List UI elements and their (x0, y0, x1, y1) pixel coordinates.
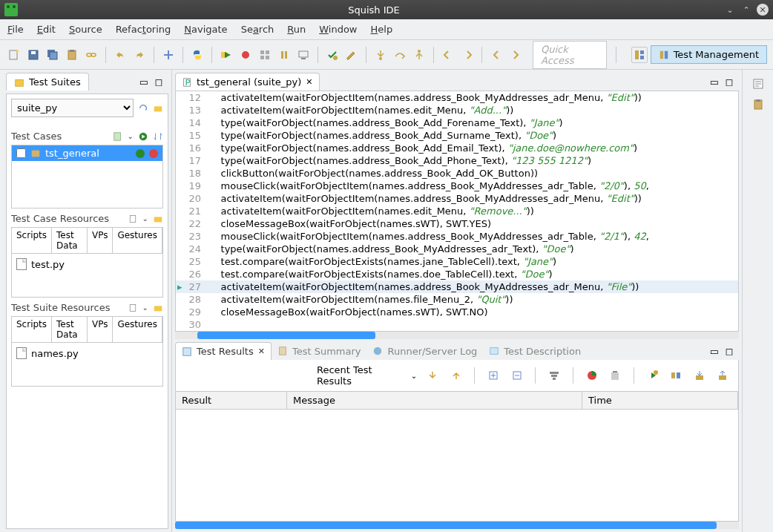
code-line[interactable]: 15 type(waitForObject(names.address_Book… (176, 129, 738, 142)
next-annotation-icon[interactable] (459, 47, 476, 63)
tab-scripts[interactable]: Scripts (12, 317, 52, 342)
run-all-icon[interactable] (138, 131, 148, 142)
code-line[interactable]: 14 type(waitForObject(names.address_Book… (176, 116, 738, 129)
dropdown-icon[interactable]: ⌄ (142, 303, 148, 312)
col-message[interactable]: Message (287, 392, 582, 409)
editor-tab[interactable]: P tst_general (suite_py) ✕ (175, 73, 320, 91)
editor-maximize-icon[interactable]: ◻ (724, 76, 734, 87)
tab-test-summary[interactable]: Test Summary (272, 343, 367, 360)
test-case-checkbox[interactable] (16, 148, 26, 158)
step-return-icon[interactable] (411, 47, 427, 63)
remote-icon[interactable] (295, 47, 312, 63)
export-icon[interactable] (714, 367, 731, 384)
code-line[interactable]: 27 activateItem(waitForObjectItem(names.… (176, 280, 738, 293)
tab-test-results[interactable]: Test Results ✕ (175, 342, 272, 360)
step-over-icon[interactable] (392, 47, 408, 63)
menu-search[interactable]: Search (241, 24, 274, 35)
menu-source[interactable]: Source (69, 24, 102, 35)
minimize-button[interactable]: ⌄ (724, 4, 736, 16)
code-editor[interactable]: 12 activateItem(waitForObjectItem(names.… (175, 91, 739, 332)
menu-run[interactable]: Run (287, 24, 306, 35)
filter-icon[interactable] (546, 367, 562, 384)
sort-icon[interactable] (153, 131, 163, 142)
results-minimize-icon[interactable]: ▭ (709, 346, 720, 356)
tab-runner-log[interactable]: Runner/Server Log (366, 343, 483, 360)
edit-icon[interactable] (343, 47, 360, 63)
quick-access-input[interactable]: Quick Access (533, 41, 607, 69)
prev-annotation-icon[interactable] (440, 47, 456, 63)
close-tab-icon[interactable]: ✕ (306, 77, 312, 87)
new-test-case-icon[interactable] (113, 131, 123, 142)
refresh-suite-icon[interactable] (138, 103, 148, 114)
code-line[interactable]: 29 closeMessageBox(waitForObject(names.s… (176, 306, 738, 318)
clear-results-icon[interactable] (607, 367, 623, 384)
dropdown-icon[interactable]: ⌄ (411, 372, 417, 380)
dropdown-icon[interactable]: ⌄ (128, 132, 134, 140)
col-result[interactable]: Result (176, 392, 287, 409)
new-resource-icon[interactable] (128, 214, 138, 224)
file-item[interactable]: test.py (15, 257, 159, 272)
perspective-test-management[interactable]: Test Management (651, 45, 767, 64)
test-case-files[interactable]: test.py (11, 253, 163, 298)
menu-window[interactable]: Window (319, 24, 357, 35)
code-line[interactable]: 18 clickButton(waitForObject(names.addre… (176, 167, 738, 180)
view-minimize-icon[interactable]: ▭ (139, 76, 149, 87)
tab-scripts[interactable]: Scripts (12, 228, 52, 253)
new-suite-icon[interactable] (6, 47, 22, 63)
code-line[interactable]: 28 activateItem(waitForObjectItem(names.… (176, 293, 738, 306)
tab-vps[interactable]: VPs (88, 317, 114, 342)
outline-icon[interactable] (750, 76, 766, 92)
expand-all-icon[interactable] (485, 367, 501, 384)
col-time[interactable]: Time (582, 392, 738, 409)
next-result-icon[interactable] (424, 367, 441, 384)
rerun-icon[interactable] (645, 367, 661, 384)
menu-refactoring[interactable]: Refactoring (116, 24, 171, 35)
test-cases-list[interactable]: tst_general (11, 145, 163, 208)
test-suite-files[interactable]: names.py (11, 342, 163, 387)
code-line[interactable]: 21 activateItem(waitForObjectItem(names.… (176, 205, 738, 217)
code-line[interactable]: 24 type(waitForObject(names.address_Book… (176, 243, 738, 255)
run-test-icon[interactable] (136, 149, 145, 158)
prev-result-icon[interactable] (448, 367, 464, 384)
code-line[interactable]: 20 activateItem(waitForObjectItem(names.… (176, 192, 738, 205)
test-case-item[interactable]: tst_general (12, 145, 162, 161)
close-tab-icon[interactable]: ✕ (258, 347, 265, 356)
compare-icon[interactable] (668, 367, 684, 384)
clipboard-stack-icon[interactable] (750, 96, 766, 113)
import-icon[interactable] (691, 367, 708, 384)
terminate-icon[interactable] (257, 47, 273, 63)
back-icon[interactable] (488, 47, 504, 63)
code-line[interactable]: 13 activateItem(waitForObjectItem(names.… (176, 104, 738, 116)
tab-gestures[interactable]: Gestures (113, 317, 162, 342)
editor-minimize-icon[interactable]: ▭ (709, 76, 720, 87)
menu-navigate[interactable]: Navigate (184, 24, 227, 35)
open-suite-resources-folder-icon[interactable] (153, 303, 163, 313)
tab-gestures[interactable]: Gestures (113, 228, 162, 253)
maximize-button[interactable]: ⌃ (740, 4, 752, 16)
results-grid[interactable] (175, 409, 739, 522)
menu-file[interactable]: File (7, 24, 24, 35)
open-perspective-button[interactable] (631, 47, 648, 63)
run-icon[interactable] (218, 47, 234, 63)
open-suite-folder-icon[interactable] (153, 103, 163, 114)
file-item[interactable]: names.py (15, 346, 159, 361)
tab-test-data[interactable]: Test Data (52, 228, 88, 253)
code-line[interactable]: 30 (176, 318, 738, 331)
step-into-icon[interactable] (372, 47, 389, 63)
save-all-icon[interactable] (45, 47, 61, 63)
code-line[interactable]: 22 closeMessageBox(waitForObject(names.s… (176, 217, 738, 230)
python-icon[interactable] (189, 47, 205, 63)
code-line[interactable]: 16 type(waitForObject(names.address_Book… (176, 142, 738, 154)
tab-vps[interactable]: VPs (88, 228, 114, 253)
code-line[interactable]: 26 test.compare(waitForObjectExists(name… (176, 268, 738, 280)
save-icon[interactable] (25, 47, 42, 63)
toggle-breakpoint-icon[interactable] (160, 47, 177, 63)
undo-icon[interactable] (112, 47, 128, 63)
clipboard-icon[interactable] (64, 47, 80, 63)
coverage-icon[interactable] (584, 367, 600, 384)
tab-test-data[interactable]: Test Data (52, 317, 88, 342)
code-line[interactable]: 19 mouseClick(waitForObjectItem(names.ad… (176, 180, 738, 192)
code-line[interactable]: 23 mouseClick(waitForObjectItem(names.ad… (176, 230, 738, 243)
forward-icon[interactable] (507, 47, 524, 63)
record-test-icon[interactable] (149, 149, 158, 158)
